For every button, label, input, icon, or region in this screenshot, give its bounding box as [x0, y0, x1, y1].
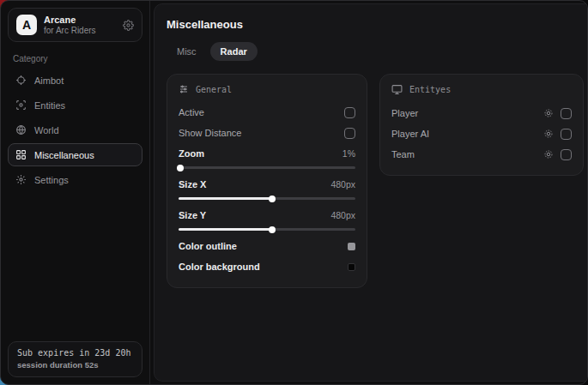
size-y-slider[interactable]	[179, 226, 355, 233]
toggle-row-show-distance: Show Distance	[179, 123, 355, 142]
subscription-card: Sub expires in 23d 20h session duration …	[8, 341, 142, 377]
gear-icon[interactable]	[123, 20, 134, 31]
color-background-swatch[interactable]	[348, 263, 355, 271]
toggle-label: Show Distance	[179, 128, 241, 138]
monitor-icon	[391, 84, 403, 95]
main-wrap: Miscellaneous Misc Radar General Active	[150, 1, 588, 384]
main-content: Miscellaneous Misc Radar General Active	[154, 3, 588, 382]
slider-row-zoom: Zoom 1%	[179, 144, 355, 163]
slider-label: Size Y	[179, 210, 206, 220]
brand-logo: A	[16, 15, 37, 35]
category-label: Category	[13, 54, 137, 63]
globe-icon	[15, 124, 27, 135]
brand-subtitle: for Arc Riders	[44, 26, 116, 36]
brand-card[interactable]: A Arcane for Arc Riders	[8, 8, 142, 42]
sidebar-item-entities[interactable]: Entities	[8, 93, 142, 117]
tab-bar: Misc Radar	[167, 42, 584, 61]
entities-panel: Entityes Player Player AI	[379, 74, 584, 176]
gear-icon[interactable]	[543, 149, 554, 159]
color-outline-swatch[interactable]	[348, 243, 355, 250]
tab-misc[interactable]: Misc	[167, 42, 207, 61]
player-ai-checkbox[interactable]	[561, 129, 572, 140]
color-row-outline: Color outline	[179, 237, 355, 256]
panels: General Active Show Distance Zoom 1%	[167, 74, 584, 288]
slider-label: Zoom	[179, 148, 204, 159]
tab-radar[interactable]: Radar	[210, 42, 258, 61]
gear-icon[interactable]	[543, 129, 554, 139]
sidebar-item-miscellaneous[interactable]: Miscellaneous	[8, 143, 142, 166]
entity-row-player: Player	[391, 104, 572, 123]
active-checkbox[interactable]	[344, 107, 355, 118]
show-distance-checkbox[interactable]	[344, 128, 355, 139]
sidebar: A Arcane for Arc Riders Category Aimbot	[1, 1, 150, 384]
sidebar-item-aimbot[interactable]: Aimbot	[8, 69, 142, 92]
app-window: A Arcane for Arc Riders Category Aimbot	[0, 0, 588, 385]
sidebar-item-world[interactable]: World	[8, 118, 142, 141]
sidebar-item-label: Aimbot	[34, 75, 64, 86]
sliders-icon	[179, 84, 189, 94]
general-panel-title: General	[196, 85, 232, 94]
session-duration-text: session duration 52s	[17, 360, 133, 370]
slider-row-size-y: Size Y 480px	[179, 206, 355, 225]
entity-label: Team	[391, 149, 415, 159]
crosshair-icon	[15, 75, 27, 86]
slider-label: Size X	[179, 179, 206, 189]
entity-label: Player	[391, 108, 418, 118]
entity-row-player-ai: Player AI	[391, 124, 572, 143]
gear-icon[interactable]	[543, 108, 554, 118]
team-checkbox[interactable]	[561, 149, 572, 160]
slider-row-size-x: Size X 480px	[179, 175, 355, 194]
sidebar-item-label: Entities	[34, 100, 65, 111]
color-label: Color outline	[179, 241, 237, 251]
color-label: Color background	[179, 262, 260, 272]
page-title: Miscellaneous	[167, 18, 584, 31]
scan-icon	[15, 99, 27, 111]
entities-panel-title: Entityes	[409, 85, 451, 94]
sidebar-item-label: Miscellaneous	[34, 150, 94, 160]
toggle-row-active: Active	[179, 103, 355, 122]
slider-value: 480px	[330, 179, 355, 189]
general-panel: General Active Show Distance Zoom 1%	[167, 74, 367, 288]
sidebar-item-label: Settings	[34, 175, 69, 185]
sidebar-item-settings[interactable]: Settings	[8, 168, 142, 191]
color-row-background: Color background	[179, 257, 355, 276]
grid-icon	[15, 149, 27, 160]
slider-value: 1%	[342, 148, 355, 159]
entity-row-team: Team	[391, 145, 572, 164]
sidebar-item-label: World	[34, 125, 59, 135]
sub-expiry-text: Sub expires in 23d 20h	[17, 348, 133, 358]
zoom-slider[interactable]	[179, 164, 355, 171]
brand-title: Arcane	[44, 15, 116, 26]
entity-label: Player AI	[391, 129, 429, 139]
sidebar-nav: Aimbot Entities World Miscellaneous	[8, 69, 142, 191]
gear-icon	[15, 174, 27, 185]
size-x-slider[interactable]	[179, 195, 355, 202]
player-checkbox[interactable]	[561, 108, 572, 119]
slider-value: 480px	[330, 210, 355, 220]
toggle-label: Active	[179, 107, 204, 117]
